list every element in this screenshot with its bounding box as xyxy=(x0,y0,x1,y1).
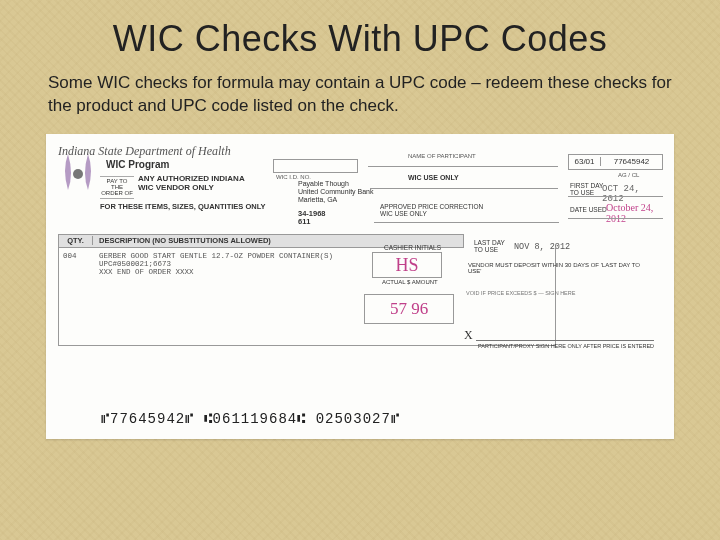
vendor-line2: WIC VENDOR ONLY xyxy=(138,183,245,193)
qty-header: QTY. xyxy=(59,236,93,245)
participant-name-line xyxy=(368,166,558,167)
program-name: WIC Program xyxy=(106,159,169,170)
pay-to-label: PAY TO THE ORDER OF xyxy=(100,176,134,199)
date-used-line xyxy=(568,218,663,219)
actual-amount-value: 57 96 xyxy=(364,294,454,324)
payable-through: Payable Though United Community Bank Mar… xyxy=(298,180,373,204)
wic-logo-icon xyxy=(58,150,98,198)
payable-l3: Marietta, GA xyxy=(298,196,373,204)
deposit-note: VENDOR MUST DEPOSIT WITHIN 30 DAYS OF 'L… xyxy=(468,262,653,275)
payable-l2: United Community Bank xyxy=(298,188,373,196)
ag-cl-label: AG / CL xyxy=(618,172,639,178)
micr-line: ⑈77645942⑈ ⑆061119684⑆ 02503027⑈ xyxy=(101,411,400,427)
approved-price-label: APPROVED PRICE CORRECTION WIC USE ONLY xyxy=(380,204,483,218)
last-day-value: NOV 8, 2012 xyxy=(514,242,570,252)
wic-use-only-label: WIC USE ONLY xyxy=(408,174,459,181)
vendor-text: ANY AUTHORIZED INDIANA WIC VENDOR ONLY xyxy=(138,174,245,193)
wic-check-image: Indiana State Department of Health WIC P… xyxy=(46,134,674,439)
routing-num: 34-1968 611 xyxy=(298,210,326,227)
page-title: WIC Checks With UPC Codes xyxy=(46,18,674,60)
last-day-label: LAST DAY TO USE xyxy=(474,240,505,254)
check-header: Indiana State Department of Health WIC P… xyxy=(58,144,662,234)
actual-amount-label: ACTUAL $ AMOUNT xyxy=(382,279,438,285)
item-qty: 004 xyxy=(63,252,95,260)
cashier-initials-label: CASHIER INITIALS xyxy=(384,244,441,251)
approved-l2: WIC USE ONLY xyxy=(380,211,483,218)
date-used-label: DATE USED xyxy=(570,206,607,213)
serial-right: 77645942 xyxy=(601,157,662,166)
svg-point-0 xyxy=(73,169,83,179)
signature-label: PARTICIPANT/PROXY SIGN HERE ONLY AFTER P… xyxy=(478,343,654,349)
items-only-label: FOR THESE ITEMS, SIZES, QUANTITIES ONLY xyxy=(100,202,266,211)
wic-use-only-line xyxy=(370,188,558,189)
serial-box: 63/01 77645942 xyxy=(568,154,663,170)
signature-x: X xyxy=(464,328,473,343)
date-used-value: October 24, 2012 xyxy=(606,202,662,224)
first-day-line xyxy=(568,196,663,197)
first-day-value: OCT 24, 2012 xyxy=(602,184,662,204)
first-day-label: FIRST DAY TO USE xyxy=(570,182,603,196)
participant-name-label: NAME OF PARTICIPANT xyxy=(408,153,476,159)
signature-line xyxy=(476,340,654,341)
vendor-line1: ANY AUTHORIZED INDIANA xyxy=(138,174,245,184)
wic-id-box xyxy=(273,159,358,173)
void-note: VOID IF PRICE EXCEEDS $ — SIGN HERE xyxy=(466,290,651,296)
serial-left: 63/01 xyxy=(569,157,601,166)
page-subtitle: Some WIC checks for formula may contain … xyxy=(46,72,674,118)
desc-header-text: DESCRIPTION (NO SUBSTITUTIONS ALLOWED) xyxy=(93,236,271,245)
payable-l1: Payable Though xyxy=(298,180,373,188)
approved-line xyxy=(374,222,559,223)
cashier-initials-value: HS xyxy=(372,252,442,278)
routing-l2: 611 xyxy=(298,218,326,226)
